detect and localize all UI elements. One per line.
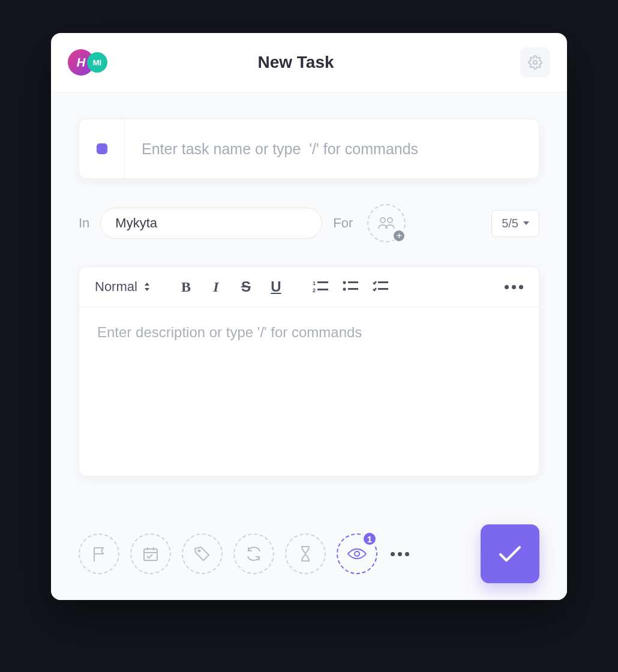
watchers-button[interactable]: 1 — [337, 533, 377, 574]
recurring-button[interactable] — [233, 533, 274, 574]
more-icon — [505, 285, 523, 289]
svg-point-9 — [343, 288, 346, 291]
svg-rect-11 — [378, 281, 388, 283]
svg-rect-8 — [348, 281, 358, 283]
calendar-icon — [142, 545, 159, 562]
svg-text:1: 1 — [313, 280, 316, 286]
ordered-list-button[interactable]: 12 — [311, 278, 329, 296]
time-estimate-button[interactable] — [285, 533, 326, 574]
toolbar-more-button[interactable] — [505, 285, 523, 289]
fields-count-label: 5/5 — [502, 217, 518, 230]
for-label: For — [333, 215, 353, 231]
description-input[interactable] — [97, 324, 521, 459]
more-icon — [391, 552, 409, 556]
plus-icon: + — [392, 229, 406, 242]
new-task-modal: H MI New Task In Mykyta For — [51, 33, 567, 600]
watchers-count-badge: 1 — [362, 531, 377, 547]
svg-point-2 — [388, 218, 392, 223]
bullet-list-icon — [343, 280, 358, 293]
underline-button[interactable]: U — [267, 278, 285, 296]
tags-button[interactable] — [182, 533, 223, 574]
bullet-list-button[interactable] — [341, 278, 359, 296]
checklist-icon — [373, 280, 388, 293]
strikethrough-button[interactable]: S — [237, 278, 255, 296]
description-editor: Normal B I S U 12 — [79, 266, 539, 476]
bold-button[interactable]: B — [177, 278, 195, 296]
status-picker[interactable] — [79, 119, 125, 178]
chevron-down-icon — [523, 221, 529, 225]
hourglass-icon — [299, 545, 312, 563]
eye-icon — [347, 547, 367, 560]
create-task-button[interactable] — [481, 524, 539, 583]
svg-rect-12 — [378, 288, 388, 290]
svg-rect-13 — [144, 549, 157, 560]
heading-dropdown[interactable]: Normal — [95, 279, 151, 295]
checklist-button[interactable] — [371, 278, 389, 296]
due-date-button[interactable] — [130, 533, 171, 574]
modal-header: H MI New Task — [51, 33, 567, 92]
italic-button[interactable]: I — [207, 278, 225, 296]
svg-point-0 — [533, 61, 537, 64]
footer-actions: 1 — [79, 524, 539, 583]
in-label: In — [79, 215, 89, 231]
add-assignee-button[interactable]: + — [367, 204, 406, 242]
meta-row: In Mykyta For + 5/5 — [79, 204, 539, 242]
repeat-icon — [245, 546, 263, 562]
svg-point-7 — [343, 281, 346, 284]
gear-icon — [528, 55, 542, 70]
settings-button[interactable] — [520, 47, 550, 77]
check-icon — [497, 544, 523, 564]
list-select[interactable]: Mykyta — [100, 208, 322, 239]
heading-label: Normal — [95, 279, 137, 295]
task-name-input[interactable] — [125, 140, 539, 158]
modal-body: In Mykyta For + 5/5 Normal — [51, 92, 567, 600]
svg-rect-10 — [348, 288, 358, 290]
priority-button[interactable] — [79, 533, 119, 574]
svg-point-1 — [380, 218, 385, 223]
flag-icon — [91, 545, 107, 562]
svg-point-15 — [355, 551, 359, 556]
fields-count-dropdown[interactable]: 5/5 — [491, 210, 539, 237]
svg-rect-4 — [317, 281, 328, 283]
svg-text:2: 2 — [313, 287, 316, 293]
sort-arrows-icon — [143, 281, 151, 292]
editor-toolbar: Normal B I S U 12 — [79, 267, 539, 307]
task-name-row — [79, 119, 539, 179]
svg-point-14 — [199, 550, 200, 552]
status-color-icon — [97, 143, 107, 154]
people-icon — [377, 217, 395, 230]
svg-rect-6 — [317, 289, 328, 290]
tag-icon — [193, 545, 211, 562]
footer-more-button[interactable] — [391, 552, 409, 556]
modal-title: New Task — [71, 53, 520, 72]
ordered-list-icon: 12 — [313, 280, 328, 293]
